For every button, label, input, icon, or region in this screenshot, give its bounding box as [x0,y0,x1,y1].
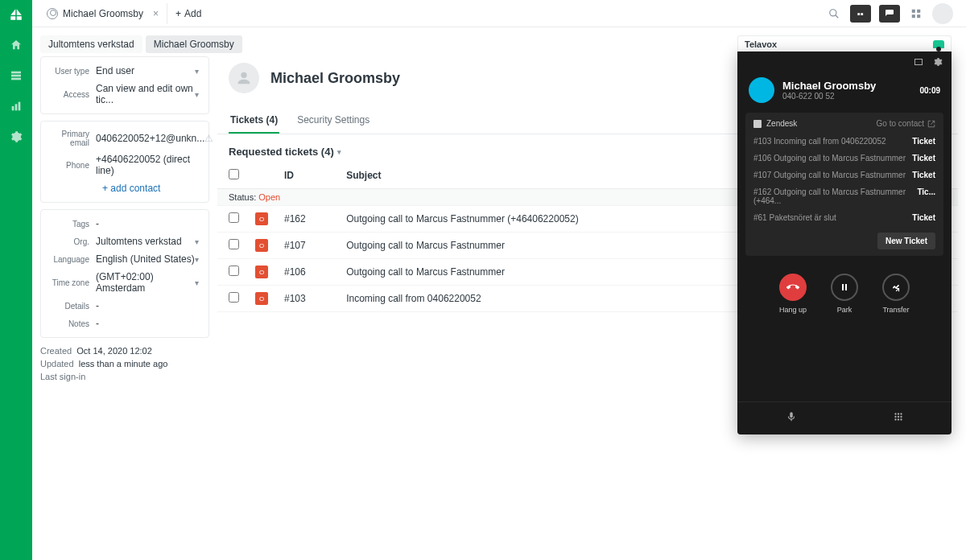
tags-value[interactable]: - [96,218,99,229]
lang-select[interactable]: English (United States)▾ [96,253,199,265]
telavox-topbar [737,51,952,72]
row-checkbox[interactable] [229,266,239,276]
svg-point-19 [897,416,898,418]
svg-rect-5 [19,102,21,111]
tz-select[interactable]: (GMT+02:00) Amsterdam▾ [96,271,199,294]
zendesk-card: Zendesk Go to contact #103 Incoming call… [745,113,943,256]
access-label: Access [51,90,96,99]
park-button[interactable]: Park [831,274,858,314]
hangup-button[interactable]: Hang up [779,274,807,314]
apps-grid-icon[interactable] [908,6,924,22]
list-item[interactable]: #106 Outgoing call to Marcus FastnummerT… [753,150,935,167]
zendesk-logo-icon [753,120,762,128]
updated-meta: Updated less than a minute ago [40,357,209,370]
select-all-checkbox[interactable] [229,169,239,179]
chevron-down-icon: ▾ [195,237,199,246]
app-switch-1[interactable]: ▪▪ [850,5,871,23]
row-checkbox[interactable] [229,239,239,249]
breadcrumb-item-1[interactable]: Michael Groomsby [146,35,242,53]
warning-icon: ⚠ [204,133,213,144]
notes-label: Notes [51,319,96,328]
svg-rect-2 [11,78,21,80]
org-select[interactable]: Jultomtens verkstad▾ [96,236,199,247]
list-item[interactable]: #103 Incoming call from 0406220052Ticket [753,133,935,150]
svg-point-18 [894,416,896,418]
views-icon[interactable] [8,68,24,84]
svg-rect-10 [912,14,915,18]
user-type-select[interactable]: End user▾ [96,65,199,76]
svg-point-6 [830,9,836,15]
col-id[interactable]: ID [276,163,338,189]
mic-icon[interactable] [785,410,798,423]
home-icon[interactable] [8,37,24,53]
svg-rect-3 [12,106,14,110]
ticket-id: #106 [276,259,338,286]
breadcrumb: Jultomtens verkstad Michael Groomsby [40,35,242,53]
caller-name: Michael Groomsby [782,80,876,92]
park-label: Park [837,306,852,314]
phone-value: +46406220052 (direct line) [96,154,199,176]
chevron-down-icon: ▾ [195,67,199,76]
new-ticket-button[interactable]: New Ticket [877,233,935,249]
svg-rect-11 [917,14,920,18]
ticket-id: #103 [276,286,338,312]
svg-point-21 [894,418,896,420]
svg-point-23 [900,418,902,420]
ticket-subject: Outgoing call to Marcus Fastnummer [338,233,749,259]
add-tab-button[interactable]: + Add [167,3,209,24]
nav-rail [0,0,32,560]
list-item[interactable]: #162 Outgoing call to Marcus Fastnummer … [753,183,935,209]
person-icon [47,8,58,19]
close-icon[interactable]: × [153,8,159,19]
attributes-card: Tags- Org.Jultomtens verkstad▾ LanguageE… [40,209,209,338]
details-value[interactable]: - [96,300,99,311]
dialpad-icon[interactable] [892,410,905,423]
svg-rect-0 [11,72,21,74]
add-contact-link[interactable]: + add contact [102,183,199,194]
transfer-button[interactable]: Transfer [882,274,910,314]
transfer-label: Transfer [882,306,909,314]
ticket-subject: Incoming call from 0406220052 [338,286,749,312]
user-avatar[interactable] [932,3,953,24]
row-checkbox[interactable] [229,292,239,303]
email-value: 0406220052+12@unkn... [96,133,204,144]
gear-icon[interactable] [932,56,943,68]
row-checkbox[interactable] [229,212,239,223]
phone-label: Phone [51,161,96,170]
svg-point-15 [894,413,896,414]
access-select[interactable]: Can view and edit own tic...▾ [96,83,199,105]
telavox-bottom-bar [737,401,952,434]
telavox-header[interactable]: Telavox [737,35,952,51]
svg-line-7 [836,14,839,18]
user-type-label: User type [51,67,96,76]
svg-rect-4 [15,104,18,110]
svg-point-16 [897,413,898,414]
profile-avatar [229,63,259,93]
workspace-tab[interactable]: Michael Groomsby × [39,3,167,24]
expand-icon[interactable] [913,56,924,68]
topbar-right: ▪▪ [826,3,960,24]
telavox-brand: Telavox [745,39,777,49]
col-subject[interactable]: Subject [338,163,749,189]
svg-point-17 [900,413,902,414]
chevron-down-icon: ▾ [195,255,199,264]
ticket-status-icon: O [255,212,268,225]
search-icon[interactable] [826,6,842,22]
telavox-panel: Michael Groomsby 040-622 00 52 00:09 Zen… [737,51,952,434]
tab-security[interactable]: Security Settings [295,108,371,134]
tab-tickets[interactable]: Tickets (4) [229,108,279,134]
tags-label: Tags [51,220,96,229]
admin-icon[interactable] [8,129,24,145]
list-item[interactable]: #107 Outgoing call to Marcus FastnummerT… [753,167,935,183]
app-logo[interactable] [8,6,24,23]
list-item[interactable]: #61 Paketsnöret är slutTicket [753,209,935,226]
caller-info: Michael Groomsby 040-622 00 52 00:09 [737,72,952,113]
notes-value[interactable]: - [96,318,99,329]
app-switch-2[interactable] [879,5,900,23]
svg-rect-1 [11,75,21,77]
ticket-subject: Outgoing call to Marcus Fastnummer (+464… [338,206,749,233]
breadcrumb-item-0[interactable]: Jultomtens verkstad [40,35,142,53]
go-to-contact-link[interactable]: Go to contact [877,119,935,128]
reports-icon[interactable] [8,98,24,114]
org-label: Org. [51,237,96,246]
